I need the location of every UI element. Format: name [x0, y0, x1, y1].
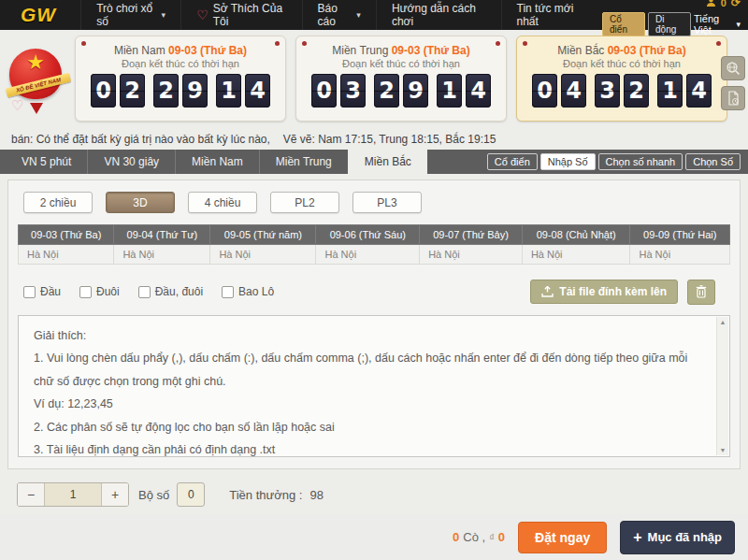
mode-classic-button[interactable]: Cổ điển: [602, 12, 645, 36]
logo[interactable]: GW: [21, 4, 56, 26]
checkbox-duoi[interactable]: Đuôi: [79, 285, 120, 298]
bet-content-panel: 2 chiều 3D 4 chiều PL2 PL3 09-03 (Thứ Ba…: [7, 179, 741, 469]
minus-button[interactable]: −: [18, 483, 44, 506]
schedule-city-cell[interactable]: Hà Nội: [522, 245, 630, 265]
schedule-city-cell[interactable]: Hà Nội: [420, 245, 523, 265]
mode-mobile-button[interactable]: Di động: [648, 12, 691, 36]
tab-vn-30-giay[interactable]: VN 30 giây: [87, 150, 175, 174]
file-history-button[interactable]: [721, 86, 745, 110]
panel-mien-nam[interactable]: Miền Nam 09-03 (Thứ Ba) Đoạn kết thúc có…: [75, 36, 286, 122]
panel-region: Miền Bắc: [557, 44, 604, 57]
checkbox-label: Đầu, đuôi: [155, 285, 203, 298]
bet-now-button[interactable]: Đặt ngay: [518, 522, 607, 553]
panel-region: Miền Nam: [114, 44, 165, 57]
nav-latest-news[interactable]: Tin tức mới nhất: [501, 0, 603, 30]
reward-value: 98: [309, 488, 323, 502]
tab-4-chieu[interactable]: 4 chiều: [188, 192, 257, 213]
checkbox-bao-lo[interactable]: Bao Lô: [222, 285, 274, 298]
checkbox-dau[interactable]: Đầu: [23, 285, 61, 298]
countdown-digit: 2: [624, 74, 649, 108]
tab-mien-nam[interactable]: Miền Nam: [175, 150, 259, 174]
schedule-city-cell[interactable]: Hà Nội: [114, 245, 210, 265]
plus-button[interactable]: +: [102, 483, 128, 506]
upload-icon: [541, 286, 554, 297]
set-count-label: Bộ số: [138, 488, 169, 502]
tab-2-chieu[interactable]: 2 chiều: [23, 192, 93, 213]
nav-label: Trò chơi xổ số: [96, 2, 156, 28]
tab-mien-bac[interactable]: Miền Bắc: [348, 150, 427, 174]
panel-region: Miền Trung: [332, 44, 388, 57]
panel-mien-bac[interactable]: Miền Bắc 09-03 (Thứ Ba) Đoạn kết thúc có…: [516, 36, 727, 122]
vietnam-lottery-badge: ★ XỔ ĐỀ VIỆT NAM: [9, 49, 67, 122]
countdown-digit: 4: [686, 74, 712, 108]
info-left: bán: Có thể đặt bất kỳ giá trị nào vào b…: [11, 133, 270, 146]
checkbox-icon: [222, 286, 234, 298]
button-co-dien[interactable]: Cổ điển: [487, 153, 538, 170]
countdown-digit: 4: [466, 74, 491, 108]
delete-button[interactable]: [687, 280, 715, 305]
tab-3d[interactable]: 3D: [106, 192, 175, 213]
currency-symbol: ₫: [489, 532, 495, 543]
multiplier-input[interactable]: [44, 483, 102, 506]
entered-items-button[interactable]: + Mục đã nhập: [620, 521, 735, 554]
nav-lottery-games[interactable]: Trò chơi xổ số ▾: [80, 0, 180, 30]
draw-info-line: bán: Có thể đặt bất kỳ giá trị nào vào b…: [11, 133, 748, 146]
scroll-up-icon[interactable]: ▲: [720, 319, 726, 325]
globe-search-button[interactable]: [721, 56, 745, 80]
nav-how-to-play[interactable]: Hướng dẫn cách chơi: [376, 0, 501, 30]
checkbox-dau-duoi[interactable]: Đầu, đuôi: [138, 285, 203, 298]
schedule-city-cell[interactable]: Hà Nội: [316, 245, 420, 265]
schedule-city-row: Hà Nội Hà Nội Hà Nội Hà Nội Hà Nội Hà Nộ…: [19, 245, 730, 265]
tab-vn-5-phut[interactable]: VN 5 phút: [6, 150, 87, 174]
button-chon-so-nhanh[interactable]: Chọn số nhanh: [598, 153, 683, 170]
bet-amount-controls: − + Bộ số 0 Tiền thưởng : 98: [17, 482, 748, 507]
nav-label: Báo cáo: [318, 2, 352, 28]
globe-search-icon: [726, 61, 741, 76]
countdown-digit: 1: [437, 74, 462, 108]
side-tools: [721, 56, 745, 110]
upload-file-button[interactable]: Tải file đính kèm lên: [530, 280, 678, 304]
countdown-digit: 0: [311, 74, 337, 108]
tab-pl2[interactable]: PL2: [270, 192, 339, 213]
schedule-table: 09-03 (Thứ Ba) 09-04 (Thứ Tư) 09-05 (Thứ…: [18, 224, 730, 265]
schedule-city-cell[interactable]: Hà Nội: [630, 245, 730, 265]
upload-label: Tải file đính kèm lên: [559, 285, 667, 298]
button-chon-so[interactable]: Chọn Số: [685, 153, 741, 170]
scrollbar[interactable]: ▲ ▼: [716, 317, 728, 455]
countdown-digit: 4: [561, 74, 586, 108]
countdown-digit: 0: [91, 74, 116, 108]
nav-label: Sở Thích Của Tôi: [213, 2, 287, 28]
entered-items-label: Mục đã nhập: [648, 530, 722, 544]
panel-date: 09-03 (Thứ Ba): [168, 44, 247, 57]
schedule-city-cell[interactable]: Hà Nội: [19, 245, 114, 265]
scroll-down-icon[interactable]: ▼: [720, 447, 726, 453]
number-entry-textarea[interactable]: Giải thích: 1. Vui lòng chèn dấu phẩy (,…: [18, 315, 730, 457]
info-right: Vẽ vẽ: Nam 17:15, Trung 18:15, Bắc 19:15: [283, 133, 496, 146]
reward-label: Tiền thưởng :: [229, 488, 302, 502]
countdown-digit: 4: [245, 74, 270, 108]
schedule-date-cell: 09-03 (Thứ Ba): [19, 225, 114, 245]
panel-title: Miền Trung 09-03 (Thứ Ba): [296, 44, 506, 57]
panel-title: Miền Nam 09-03 (Thứ Ba): [76, 44, 285, 57]
schedule-city-cell[interactable]: Hà Nội: [210, 245, 316, 265]
countdown-digit: 2: [374, 74, 399, 108]
language-selector[interactable]: Tiếng Việt ▾: [694, 13, 741, 36]
bet-count: 0: [453, 530, 459, 544]
chevron-down-icon: ▾: [356, 10, 361, 20]
checkbox-label: Bao Lô: [238, 285, 274, 298]
tab-pl3[interactable]: PL3: [352, 192, 422, 213]
panel-subtitle: Đoạn kết thúc có thời hạn: [76, 58, 285, 69]
refresh-icon[interactable]: ⟳: [731, 0, 741, 7]
nav-reports[interactable]: Báo cáo ▾: [302, 0, 376, 30]
checkbox-label: Đầu: [40, 285, 61, 298]
tab-mien-trung[interactable]: Miền Trung: [259, 150, 348, 174]
panel-mien-trung[interactable]: Miền Trung 09-03 (Thứ Ba) Đoạn kết thúc …: [295, 36, 507, 122]
nav-my-favorites[interactable]: ♡ Sở Thích Của Tôi: [180, 0, 301, 30]
user-icon[interactable]: [706, 0, 716, 11]
bet-type-tabs: 2 chiều 3D 4 chiều PL2 PL3: [23, 192, 730, 213]
instruction-line: 3. Tài liệu định dạng cần phải có định d…: [34, 438, 705, 457]
button-nhap-so[interactable]: Nhập Số: [540, 153, 596, 170]
nav-label: Tin tức mới nhất: [517, 2, 588, 28]
panel-date: 09-03 (Thứ Ba): [392, 44, 470, 57]
top-nav-bar: GW Trò chơi xổ số ▾ ♡ Sở Thích Của Tôi B…: [0, 0, 748, 30]
